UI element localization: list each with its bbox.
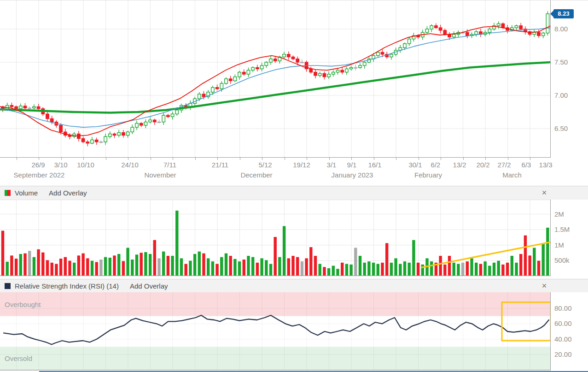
month-label: December xyxy=(240,171,272,179)
date-axis-tick xyxy=(151,158,151,160)
rsi-axis-label: 20.00 xyxy=(554,350,572,359)
date-tick-label: 16/1 xyxy=(368,161,381,169)
rsi-panel-header: Relative Strength Index (RSI) (14) Add O… xyxy=(0,279,588,293)
volume-chart-canvas[interactable] xyxy=(0,200,588,276)
month-label: September 2022 xyxy=(14,171,65,179)
date-tick-label: 5/12 xyxy=(258,161,272,169)
rsi-axis-label: 80.00 xyxy=(554,304,572,313)
rsi-axis-label: 60.00 xyxy=(554,319,572,328)
month-label: November xyxy=(144,171,176,179)
date-axis-tick xyxy=(17,158,17,160)
date-axis-tick xyxy=(128,158,128,160)
rsi-line xyxy=(4,315,549,344)
date-tick-label: 10/10 xyxy=(77,161,94,169)
date-axis-tick xyxy=(441,158,441,160)
date-axis-tick xyxy=(61,158,62,160)
date-tick-label: 24/10 xyxy=(121,161,139,169)
last-price-badge: 8.23 xyxy=(553,9,574,18)
price-axis-label: 6.50 xyxy=(554,124,568,133)
month-label: February xyxy=(414,171,442,179)
rsi-chart-canvas[interactable] xyxy=(0,292,588,371)
date-tick-label: 9/1 xyxy=(347,161,357,169)
oversold-label: Oversold xyxy=(5,354,32,362)
volume-axis-label: 1M xyxy=(554,241,564,249)
date-tick-label: 21/11 xyxy=(212,161,228,169)
date-tick-label: 6/2 xyxy=(431,161,441,169)
rsi-axis-label: 40.00 xyxy=(554,335,572,343)
date-axis-tick xyxy=(83,158,84,160)
close-icon[interactable]: × xyxy=(541,281,548,290)
volume-panel-title[interactable]: Volume xyxy=(15,189,38,197)
price-axis-label: 7.00 xyxy=(554,91,568,100)
month-label: January 2023 xyxy=(332,171,373,179)
date-tick-label: 30/1 xyxy=(408,161,422,169)
date-axis-tick xyxy=(508,158,508,160)
add-overlay-button[interactable]: Add Overlay xyxy=(130,282,168,290)
date-axis-tick xyxy=(463,158,464,160)
date-axis-tick xyxy=(530,158,530,160)
date-axis-tick xyxy=(195,158,196,160)
add-overlay-button[interactable]: Add Overlay xyxy=(49,189,87,197)
price-axis-label: 8.00 xyxy=(554,25,568,33)
close-icon[interactable]: × xyxy=(541,188,548,197)
date-axis-tick xyxy=(262,158,262,160)
rsi-panel-title[interactable]: Relative Strength Index (RSI) (14) xyxy=(15,282,119,290)
volume-axis-label: 1.5M xyxy=(554,225,570,234)
date-axis-tick xyxy=(396,158,396,160)
rsi-icon xyxy=(5,283,11,289)
date-tick-label: 26/9 xyxy=(31,161,45,169)
date-axis-tick xyxy=(285,158,285,160)
date-tick-label: 3/10 xyxy=(54,161,67,169)
rsi-axis[interactable]: 80.0060.0040.0020.00 xyxy=(551,292,588,371)
date-axis[interactable]: 26/93/1010/1024/107/1121/115/1219/123/19… xyxy=(0,158,588,186)
date-axis-tick xyxy=(329,158,330,160)
date-tick-label: 7/11 xyxy=(163,161,176,169)
date-axis-tick xyxy=(173,158,173,160)
date-axis-tick xyxy=(240,158,240,160)
date-tick-label: 13/2 xyxy=(453,161,466,169)
date-axis-tick xyxy=(419,158,419,160)
date-tick-label: 20/2 xyxy=(476,161,489,169)
date-axis-tick xyxy=(485,158,486,160)
volume-axis-label: 500k xyxy=(554,256,570,265)
date-tick-label: 19/12 xyxy=(293,161,310,169)
volume-panel-header: Volume Add Overlay × xyxy=(0,186,588,200)
date-axis-tick xyxy=(374,158,374,160)
volume-axis-label: 2M xyxy=(554,210,564,218)
price-axis[interactable]: 8.007.507.006.50 xyxy=(551,0,588,158)
date-tick-label: 27/2 xyxy=(497,161,511,169)
date-axis-tick xyxy=(351,158,352,160)
date-axis-tick xyxy=(39,158,39,160)
price-chart-canvas[interactable] xyxy=(0,0,588,158)
date-tick-label: 13/3 xyxy=(539,161,552,169)
date-tick-label: 6/3 xyxy=(522,161,531,169)
date-axis-tick xyxy=(106,158,106,160)
date-axis-tick xyxy=(307,158,307,160)
fast-moving-average-line xyxy=(0,26,551,136)
volume-icon xyxy=(5,190,11,196)
volume-axis[interactable]: 2M1.5M1M500k xyxy=(551,200,588,276)
price-axis-label: 7.50 xyxy=(554,58,568,66)
month-label: March xyxy=(502,171,522,179)
stock-chart-app: 8.007.507.006.50 8.23 26/93/1010/1024/10… xyxy=(0,0,588,372)
date-tick-label: 3/1 xyxy=(327,161,337,169)
overbought-label: Overbought xyxy=(5,301,41,308)
date-axis-tick xyxy=(217,158,218,160)
